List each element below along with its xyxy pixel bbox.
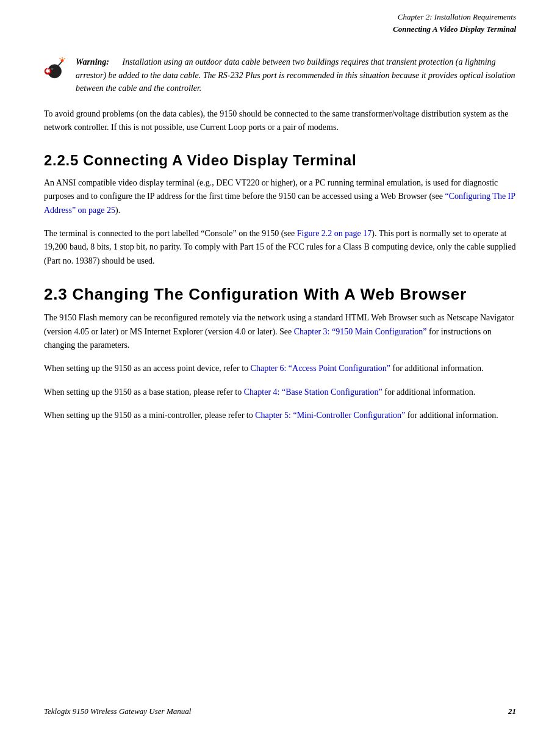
section-23-heading: 2.3 Changing The Configuration With A We… bbox=[44, 285, 516, 304]
header-chapter: Chapter 2: Installation Requirements bbox=[44, 11, 516, 23]
section-225-para2-pre: The terminal is connected to the port la… bbox=[44, 229, 297, 238]
footer-page-number: 21 bbox=[508, 707, 516, 716]
section-23-para2-post: for additional information. bbox=[390, 364, 483, 373]
section-23-para4-post: for additional information. bbox=[405, 411, 498, 420]
section-23-para2-link[interactable]: Chapter 6: “Access Point Configuration” bbox=[251, 364, 390, 373]
warning-label: Warning: bbox=[76, 57, 109, 67]
section-23-para3-link[interactable]: Chapter 4: “Base Station Configuration” bbox=[244, 387, 382, 397]
ground-para: To avoid ground problems (on the data ca… bbox=[44, 107, 516, 135]
header-section: Connecting A Video Display Terminal bbox=[44, 23, 516, 35]
section-23-para4-link[interactable]: Chapter 5: “Mini-Controller Configuratio… bbox=[255, 411, 405, 420]
warning-text: Installation using an outdoor data cable… bbox=[76, 57, 515, 93]
page-footer: Teklogix 9150 Wireless Gateway User Manu… bbox=[44, 707, 516, 716]
svg-point-1 bbox=[61, 59, 64, 62]
section-23-para1: The 9150 Flash memory can be reconfigure… bbox=[44, 311, 516, 352]
section-225-para1-pre: An ANSI compatible video display termina… bbox=[44, 178, 498, 201]
section-225-para2-link[interactable]: Figure 2.2 on page 17 bbox=[297, 229, 372, 238]
svg-text:✱: ✱ bbox=[45, 68, 51, 74]
svg-line-3 bbox=[63, 58, 65, 59]
section-225-para1-post: ). bbox=[115, 206, 120, 215]
section-23-para4: When setting up the 9150 as a mini-contr… bbox=[44, 409, 516, 422]
section-23-para3-pre: When setting up the 9150 as a base stati… bbox=[44, 387, 244, 397]
warning-bomb-icon: ✱ bbox=[44, 57, 68, 81]
svg-line-4 bbox=[59, 58, 60, 59]
section-23-para2-pre: When setting up the 9150 as an access po… bbox=[44, 364, 251, 373]
section-23-para2: When setting up the 9150 as an access po… bbox=[44, 362, 516, 375]
section-225-heading: 2.2.5 Connecting A Video Display Termina… bbox=[44, 152, 516, 169]
section-23-para4-pre: When setting up the 9150 as a mini-contr… bbox=[44, 411, 255, 420]
warning-block: ✱ Warning: Installation using an outdoor… bbox=[44, 56, 516, 95]
section-23-para3-post: for additional information. bbox=[382, 387, 475, 397]
section-225-para1: An ANSI compatible video display termina… bbox=[44, 176, 516, 217]
footer-title: Teklogix 9150 Wireless Gateway User Manu… bbox=[44, 707, 191, 716]
warning-content: Warning: Installation using an outdoor d… bbox=[76, 56, 516, 95]
page: Chapter 2: Installation Requirements Con… bbox=[0, 0, 560, 731]
svg-point-5 bbox=[51, 68, 53, 70]
section-225-para2: The terminal is connected to the port la… bbox=[44, 227, 516, 268]
section-23-para1-link[interactable]: Chapter 3: “9150 Main Configuration” bbox=[294, 327, 427, 336]
page-header: Chapter 2: Installation Requirements Con… bbox=[44, 0, 516, 41]
section-23-para3: When setting up the 9150 as a base stati… bbox=[44, 386, 516, 399]
